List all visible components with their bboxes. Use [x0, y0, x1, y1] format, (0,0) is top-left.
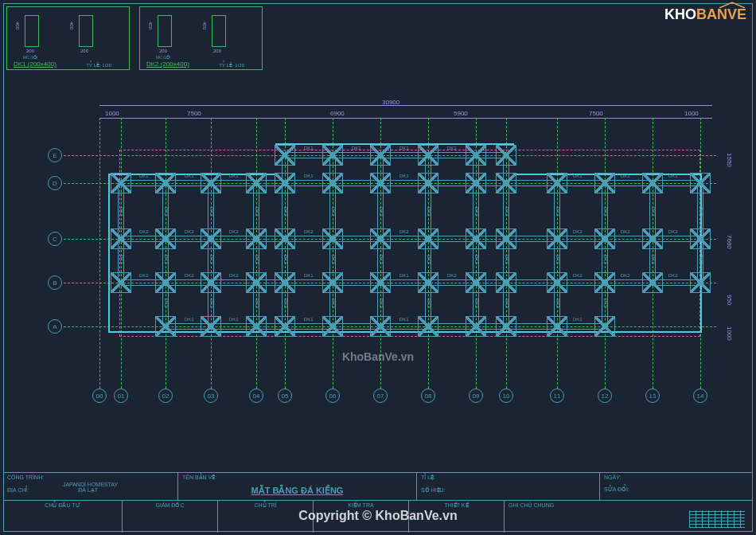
dim-text: 200 [80, 49, 88, 53]
grid-bubble-col: 02 [158, 389, 173, 403]
grid-bubble-col: 13 [645, 389, 660, 403]
grid-line [99, 118, 100, 389]
watermark-copyright: Copyright © KhoBanVe.vn [298, 509, 457, 523]
beam-label: DK2 [474, 255, 479, 264]
section-shape [79, 15, 93, 47]
beam-horizontal [166, 323, 605, 330]
dim-text: 5900 [454, 110, 468, 117]
beam-label: DK2 [164, 299, 169, 308]
detail-dk1: 400 400 200 200 MC GỐI DK1 (200x400) TỶ … [6, 6, 130, 70]
beam-label: DK1 [139, 174, 149, 178]
grid-bubble-col: 09 [469, 389, 483, 403]
beam-label: DK2 [474, 207, 479, 217]
section-shape [212, 15, 226, 47]
beam-label: DK2 [668, 229, 678, 234]
beam-label: DK2 [331, 255, 336, 264]
beam-label: DK2 [505, 207, 509, 217]
beam-label: DK2 [331, 299, 336, 308]
beam-label: DK2 [283, 207, 288, 217]
dim-text: 1000 [105, 110, 119, 117]
label-tile: TỈ LỆ: [421, 474, 595, 481]
beam-label: DK1 [573, 317, 583, 322]
beam-label: DK1 [621, 174, 630, 178]
dim-text: 400 [202, 21, 207, 29]
grid-bubble-col: 07 [373, 389, 388, 403]
label-ghichu: GHI CHÚ CHUNG [509, 502, 554, 508]
beam-label: DK2 [699, 255, 703, 264]
beam-label: DK2 [139, 229, 149, 234]
dim-text: 6900 [330, 110, 345, 117]
grid-bubble-col: 05 [278, 389, 292, 403]
beam-label: DK2 [474, 299, 479, 308]
mc-label: MC GỐI [23, 55, 37, 60]
beam-label: DK2 [209, 207, 214, 217]
beam-label: DK1 [304, 317, 314, 322]
beam-label: DK2 [621, 229, 630, 234]
beam-label: DK2 [573, 273, 583, 278]
grid-bubble-col: 11 [550, 389, 564, 403]
beam-label: DK1 [304, 273, 314, 278]
label-sohieu: SỐ HIỆU: [421, 487, 595, 494]
dim-line [99, 105, 712, 106]
beam-label: DK1 [399, 174, 409, 178]
dim-text: 200 [213, 49, 221, 53]
label-giamdoc: GIÁM ĐỐC [123, 501, 218, 533]
label-suadoi: SỬA ĐỔI: [604, 486, 747, 493]
detail-dk2: 400 400 200 200 MC GỐI DK2 (200x400) TỶ … [139, 6, 263, 70]
beam-label: DK2 [119, 207, 124, 217]
dim-text: 1550 [726, 153, 733, 167]
beam-label: DK2 [164, 207, 169, 217]
label-tenbanve: TÊN BẢN VẼ: [182, 474, 216, 480]
detail-label: DK1 (200x400) [14, 61, 57, 68]
beam-label: DK1 [229, 317, 239, 322]
beam-label: DK2 [283, 299, 288, 308]
grid-bubble-row: D [48, 176, 62, 190]
beam-label: DK2 [573, 229, 583, 234]
dim-text: 200 [26, 49, 34, 53]
beam-label: DK2 [304, 229, 314, 234]
logo-text-1: KHO [664, 6, 696, 22]
grid-bubble-col: 01 [114, 389, 128, 403]
beam-label: DK1 [352, 146, 361, 150]
beam-label: DK1 [668, 174, 678, 178]
beam-label: DK2 [505, 299, 509, 308]
detail-scale: TỶ LỆ: 1/20 [219, 62, 244, 68]
beam-label: DK2 [331, 207, 336, 217]
building-outline [514, 174, 702, 333]
beam-label: DK2 [379, 207, 384, 217]
label-diachi: ĐỊA CHỈ: [7, 487, 29, 493]
grid-bubble-col: 14 [693, 389, 707, 403]
beam-label: DK2 [621, 273, 630, 278]
beam-label: DK1 [185, 174, 194, 178]
beam-label: DK2 [555, 255, 560, 264]
beam-vertical [118, 183, 124, 283]
grid-bubble-col: 03 [204, 389, 218, 403]
beam-label: DK2 [399, 229, 409, 234]
logo-watermark: KHOBANVE [664, 6, 746, 23]
beam-label: DK2 [119, 255, 124, 264]
beam-label: DK2 [699, 207, 703, 217]
beam-label: DK2 [447, 273, 457, 278]
beam-label: DK2 [668, 273, 678, 278]
beam-label: DK2 [427, 255, 431, 264]
value-congtrinh: JAPANDI HOMESTAY [7, 482, 173, 487]
logo-text-2: BANVE [696, 6, 746, 22]
grid-bubble-col: 00 [92, 389, 107, 403]
beam-label: DK2 [603, 299, 608, 308]
dim-text: 200 [159, 49, 167, 53]
dim-line [99, 118, 712, 119]
grid-bubble-row: B [48, 275, 62, 290]
dim-text: 7660 [726, 235, 733, 249]
beam-label: DK1 [399, 317, 409, 322]
beam-label: DK1 [304, 174, 314, 178]
dim-text: 400 [15, 21, 20, 29]
beam-label: DK1 [229, 174, 239, 178]
beam-label: DK1 [399, 273, 409, 278]
beam-label: DK2 [229, 229, 239, 234]
beam-label: DK1 [573, 174, 583, 178]
beam-vertical [697, 183, 703, 283]
beam-label: DK2 [651, 207, 656, 217]
beam-label: DK1 [304, 146, 314, 150]
beam-vertical [649, 183, 656, 283]
beam-label: DK2 [427, 299, 431, 308]
